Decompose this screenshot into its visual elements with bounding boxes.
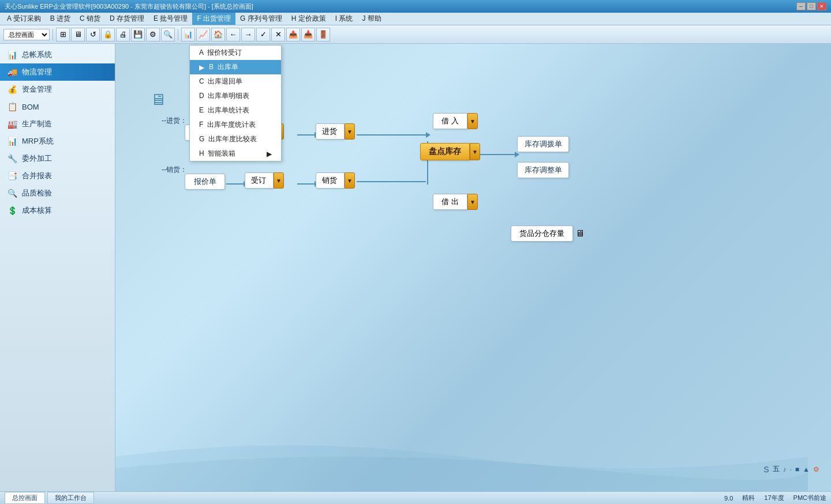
toolbar-btn-trend[interactable]: 📈 [196,28,210,42]
close-button[interactable]: ✕ [817,2,826,10]
sidebar-item-outsource[interactable]: 🔧 委外加工 [0,150,115,167]
dropdown-item-h[interactable]: H 智能装箱 ▶ [190,146,281,161]
instock-node[interactable]: 进货 [316,123,345,140]
toolbar-btn-forward[interactable]: → [241,28,255,42]
sidebar-item-production[interactable]: 🏭 生产制造 [0,115,115,133]
inventory-node[interactable]: 盘点库存 [420,143,470,160]
maximize-button[interactable]: □ [807,2,816,10]
outsource-icon: 🔧 [7,153,17,164]
menu-pricing[interactable]: H 定价政策 [287,13,331,25]
toolbar-btn-chart[interactable]: 📊 [181,28,195,42]
menu-help[interactable]: J 帮助 [357,13,385,25]
menu-outstock[interactable]: F 出货管理 [192,13,235,25]
toolbar-btn-refresh[interactable]: ↺ [86,28,100,42]
sales-node-group: 销货 ▼ [316,172,355,189]
bottom-icon-s: S [763,465,769,474]
toolbar-btn-back[interactable]: ← [226,28,240,42]
toolbar-btn-lock[interactable]: 🔒 [101,28,115,42]
menu-batchno[interactable]: E 批号管理 [149,13,192,25]
dropdown-item-e[interactable]: E 出库单统计表 [190,103,281,118]
dropdown-item-c[interactable]: C 出库退回单 [190,74,281,89]
sidebar-label-cost: 成本核算 [22,205,52,216]
sidebar-item-logistics[interactable]: 🚚 物流管理 [0,63,115,81]
toolbar-btn-settings[interactable]: ⚙ [146,28,160,42]
toolbar-sep1 [53,29,53,40]
bottom-icon-note: ♪ [783,465,787,473]
statusbar-right: 9.0 精科 17年度 PMC书前途 [724,494,826,502]
section-instock-label: --进货： [162,116,187,126]
toolbar-btn-import[interactable]: 📥 [301,28,315,42]
menu-stockmgmt[interactable]: D 存货管理 [105,13,149,25]
quote-node[interactable]: 报价单 [185,174,225,190]
dropdown-item-b[interactable]: ▶B 出库单 [190,60,281,74]
borrow-in-dropdown-btn[interactable]: ▼ [467,113,478,129]
toolbar: 总控画面 ⊞ 🖥 ↺ 🔒 🖨 💾 ⚙ 🔍 📊 📈 🏠 ← → ✓ ✕ 📤 📥 🚪 [0,25,831,44]
titlebar: 天心Sunlike ERP企业管理软件[9003A00290 - 东莞市超骏告轮… [0,0,831,13]
toolbar-btn-exit[interactable]: 🚪 [316,28,330,42]
toolbar-btn-cancel[interactable]: ✕ [271,28,285,42]
sidebar-item-general[interactable]: 📊 总帐系统 [0,46,115,63]
sidebar-item-finance[interactable]: 💰 资金管理 [0,81,115,98]
menu-system[interactable]: I 系统 [331,13,358,25]
inv-transfer-node[interactable]: 库存调拨单 [517,136,569,152]
sidebar-label-logistics: 物流管理 [22,67,52,77]
toolbar-btn-monitor[interactable]: 🖥 [71,28,85,42]
borrow-out-node[interactable]: 借 出 [433,194,467,210]
statusbar: 总控画面 我的工作台 9.0 精科 17年度 PMC书前途 [0,491,831,504]
bottom-right-icons: S 五 ♪ · ■ ▲ ⚙ [763,464,819,474]
sidebar-item-mrp[interactable]: 📊 MRP系统 [0,133,115,150]
logistics-icon: 🚚 [7,67,17,77]
production-icon: 🏭 [7,119,17,129]
finance-icon: 💰 [7,84,17,95]
goods-stock-node[interactable]: 货品分仓存量 [511,225,573,242]
sidebar-item-reports[interactable]: 📑 合并报表 [0,167,115,185]
tab-workbench[interactable]: 我的工作台 [47,492,94,504]
menu-seqno[interactable]: G 序列号管理 [235,13,287,25]
borrow-in-node[interactable]: 借 入 [433,113,467,129]
bottom-icon-dot: · [790,465,792,473]
general-icon: 📊 [7,50,17,60]
menu-instock[interactable]: B 进货 [46,13,75,25]
minimize-button[interactable]: ─ [796,2,806,10]
titlebar-controls: ─ □ ✕ [796,2,826,10]
toolbar-btn-confirm[interactable]: ✓ [256,28,270,42]
view-select[interactable]: 总控画面 [3,29,50,40]
sidebar-item-bom[interactable]: 📋 BOM [0,98,115,115]
toolbar-btn-print[interactable]: 🖨 [116,28,130,42]
sales-dropdown-btn[interactable]: ▼ [345,172,355,189]
toolbar-sep2 [178,29,178,40]
inv-adjust-node[interactable]: 库存调整单 [517,162,569,178]
dropdown-item-a[interactable]: A 报价转受订 [190,46,281,60]
year-label: 17年度 [764,494,784,502]
dropdown-item-d[interactable]: D 出库单明细表 [190,89,281,103]
order-node-group: 受订 ▼ [245,172,284,189]
instock-node-group: 进货 ▼ [316,123,355,140]
menu-purchase[interactable]: A 受订采购 [2,13,46,25]
order-node[interactable]: 受订 [245,172,274,189]
toolbar-btn-search[interactable]: 🔍 [161,28,175,42]
toolbar-btn-home[interactable]: 🏠 [211,28,225,42]
statusbar-tabs: 总控画面 我的工作台 [5,492,94,504]
borrow-in-node-group: 借 入 ▼ [433,113,478,129]
bottom-icon-alert: ⚙ [813,465,819,473]
dropdown-item-f[interactable]: F 出库年度统计表 [190,118,281,132]
borrow-out-dropdown-btn[interactable]: ▼ [467,194,478,210]
tab-dashboard[interactable]: 总控画面 [5,492,45,504]
section-sales-label: --销货： [162,165,187,175]
sidebar-item-cost[interactable]: 💲 成本核算 [0,202,115,219]
instock-dropdown-btn[interactable]: ▼ [345,123,355,140]
borrow-out-node-group: 借 出 ▼ [433,194,478,210]
sales-node[interactable]: 销货 [316,172,345,189]
toolbar-btn-save[interactable]: 💾 [131,28,145,42]
menu-sales[interactable]: C 销货 [75,13,105,25]
order-dropdown-btn[interactable]: ▼ [274,172,284,189]
inventory-dropdown-btn[interactable]: ▼ [470,143,480,160]
goods-stock-node-group: 货品分仓存量 🖥 [511,225,585,242]
toolbar-btn-grid[interactable]: ⊞ [56,28,70,42]
dropdown-item-g[interactable]: G 出库年度比较表 [190,132,281,146]
bom-icon: 📋 [7,101,17,112]
arrow-instock-inventory [357,132,431,138]
version-label: 9.0 [724,495,733,502]
sidebar-item-quality[interactable]: 🔍 品质检验 [0,185,115,202]
toolbar-btn-export[interactable]: 📤 [286,28,300,42]
